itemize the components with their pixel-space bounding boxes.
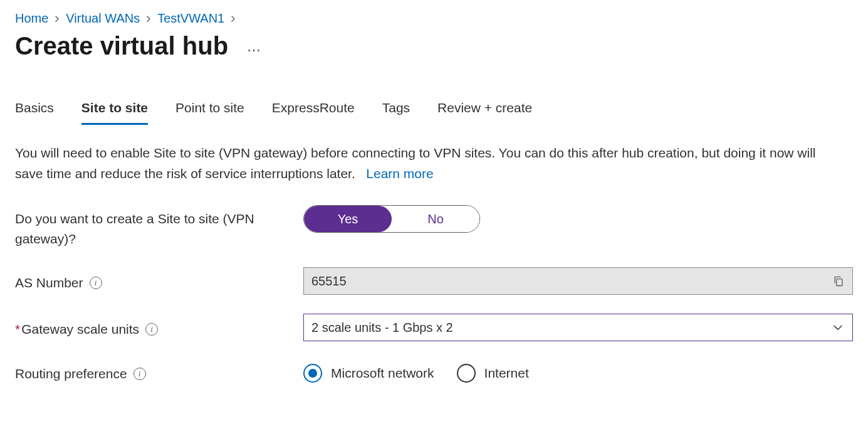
page-title: Create virtual hub <box>15 32 228 60</box>
scale-units-dropdown[interactable]: 2 scale units - 1 Gbps x 2 <box>303 314 853 341</box>
breadcrumb: Home Virtual WANs TestVWAN1 <box>15 11 853 26</box>
copy-icon[interactable] <box>832 275 845 287</box>
radio-label: Internet <box>484 366 529 381</box>
tab-description: You will need to enable Site to site (VP… <box>15 143 842 184</box>
tab-review-create[interactable]: Review + create <box>437 98 532 125</box>
radio-internet[interactable]: Internet <box>457 364 529 383</box>
chevron-right-icon <box>52 15 62 23</box>
learn-more-link[interactable]: Learn more <box>366 166 433 181</box>
tab-tags[interactable]: Tags <box>382 98 410 125</box>
more-actions-button[interactable]: ⋯ <box>243 41 266 60</box>
tab-expressroute[interactable]: ExpressRoute <box>272 98 355 125</box>
breadcrumb-testvwan1[interactable]: TestVWAN1 <box>157 11 224 26</box>
info-icon[interactable]: i <box>90 277 102 289</box>
toggle-yes[interactable]: Yes <box>304 206 392 232</box>
tab-site-to-site[interactable]: Site to site <box>81 98 148 125</box>
create-gateway-toggle: Yes No <box>303 205 480 233</box>
chevron-down-icon <box>831 321 845 334</box>
chevron-right-icon <box>144 15 154 23</box>
svg-rect-0 <box>837 279 842 286</box>
routing-preference-group: Microsoft network Internet <box>303 361 853 383</box>
toggle-no[interactable]: No <box>392 206 479 232</box>
routing-preference-label: Routing preference i <box>15 360 303 384</box>
create-gateway-label: Do you want to create a Site to site (VP… <box>15 205 303 248</box>
scale-units-value: 2 scale units - 1 Gbps x 2 <box>311 321 453 335</box>
tab-basics[interactable]: Basics <box>15 98 54 125</box>
breadcrumb-home[interactable]: Home <box>15 11 48 26</box>
scale-units-label: *Gateway scale units i <box>15 316 303 339</box>
radio-label: Microsoft network <box>331 366 434 381</box>
chevron-right-icon <box>228 15 238 23</box>
tab-point-to-site[interactable]: Point to site <box>175 98 244 125</box>
radio-dot-icon <box>457 364 476 383</box>
breadcrumb-virtual-wans[interactable]: Virtual WANs <box>66 11 140 26</box>
info-icon[interactable]: i <box>145 323 158 336</box>
radio-microsoft-network[interactable]: Microsoft network <box>303 364 434 383</box>
as-number-label: AS Number i <box>15 269 303 293</box>
tabs: Basics Site to site Point to site Expres… <box>15 98 853 125</box>
radio-dot-icon <box>303 364 322 383</box>
as-number-value: 65515 <box>311 274 347 289</box>
info-icon[interactable]: i <box>133 368 146 380</box>
as-number-field: 65515 <box>303 267 853 295</box>
